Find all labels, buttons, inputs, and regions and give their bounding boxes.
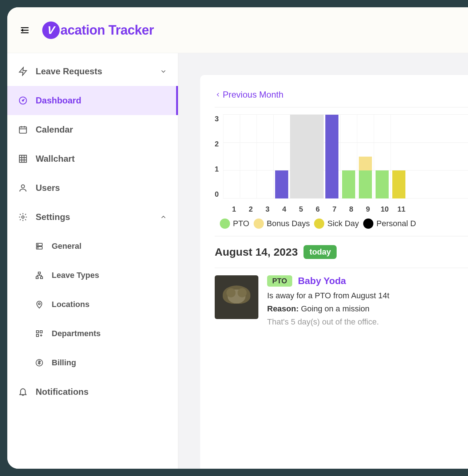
chevron-up-icon (160, 213, 167, 221)
sidebar-item-label: Locations (52, 300, 90, 309)
previous-month-link[interactable]: Previous Month (215, 90, 468, 100)
dashboard-card: Previous Month 3210 1234567891011 PTOBon… (200, 75, 468, 469)
grid-icon (18, 154, 28, 164)
main-content: Previous Month 3210 1234567891011 PTOBon… (178, 53, 468, 469)
sidebar-item-wallchart[interactable]: Wallchart (7, 144, 178, 173)
settings-sub-billing[interactable]: Billing (7, 348, 178, 377)
sitemap-icon (35, 271, 44, 280)
legend-label: Bonus Days (267, 219, 310, 228)
gridline (223, 114, 468, 115)
svg-point-16 (22, 216, 24, 219)
svg-rect-27 (36, 334, 39, 337)
legend-label: PTO (233, 219, 249, 228)
sidebar-item-label: Calendar (36, 125, 167, 135)
sidebar: Leave Requests Dashboard Calendar Wallch… (7, 53, 178, 469)
settings-sub-leave-types[interactable]: Leave Types (7, 261, 178, 290)
date-heading-row: August 14, 2023 today (215, 236, 468, 268)
leave-chart: 3210 (215, 107, 468, 202)
bar-segment (325, 115, 338, 198)
sidebar-item-label: Departments (52, 329, 100, 338)
app-logo[interactable]: V acation Tracker (42, 21, 154, 39)
y-tick: 3 (215, 115, 219, 123)
gear-icon (18, 212, 28, 222)
entry-reason-label: Reason: (267, 304, 299, 313)
avatar[interactable] (215, 275, 258, 319)
settings-sub-general[interactable]: General (7, 232, 178, 261)
leave-type-badge: PTO (267, 275, 292, 287)
bar-column[interactable] (376, 170, 389, 198)
previous-month-label: Previous Month (223, 90, 283, 100)
chevron-left-icon (215, 91, 221, 98)
svg-point-19 (37, 244, 38, 245)
x-tick: 8 (343, 205, 360, 213)
sidebar-item-calendar[interactable]: Calendar (7, 115, 178, 144)
bar-segment (359, 170, 372, 198)
svg-point-24 (39, 303, 40, 305)
gridline (223, 142, 468, 143)
svg-rect-22 (36, 277, 38, 279)
legend-swatch (220, 219, 230, 229)
x-tick: 2 (242, 205, 259, 213)
bar-column[interactable] (342, 170, 355, 198)
x-tick: 11 (393, 205, 410, 213)
y-tick: 0 (215, 190, 219, 198)
svg-rect-26 (40, 331, 42, 333)
x-tick: 9 (360, 205, 376, 213)
settings-sub-departments[interactable]: Departments (7, 319, 178, 348)
weekend-band (290, 115, 324, 198)
sidebar-item-label: Wallchart (36, 154, 167, 164)
svg-marker-3 (19, 67, 27, 75)
legend-item[interactable]: Bonus Days (254, 219, 310, 229)
user-icon (18, 183, 28, 193)
svg-rect-10 (19, 155, 27, 162)
entry-reason-line: Reason: Going on a mission (267, 304, 468, 314)
sidebar-item-leave-requests[interactable]: Leave Requests (7, 57, 178, 86)
svg-point-15 (21, 185, 25, 188)
sidebar-item-users[interactable]: Users (7, 173, 178, 202)
entry-user-link[interactable]: Baby Yoda (298, 275, 346, 287)
y-tick: 1 (215, 165, 219, 173)
sidebar-item-notifications[interactable]: Notifications (7, 377, 178, 406)
sidebar-item-settings[interactable]: Settings (7, 202, 178, 232)
sidebar-item-label: General (52, 241, 82, 251)
chart-x-axis: 1234567891011 (215, 205, 468, 213)
x-tick: 7 (326, 205, 343, 213)
legend-label: Sick Day (327, 219, 359, 228)
bar-segment (376, 170, 389, 198)
today-badge: today (304, 245, 337, 259)
bar-column[interactable] (275, 170, 288, 198)
sidebar-item-label: Users (36, 183, 167, 193)
menu-toggle-button[interactable] (18, 24, 31, 37)
entry-reason-value: Going on a mission (301, 304, 369, 313)
bar-column[interactable] (359, 157, 372, 198)
svg-point-5 (22, 100, 23, 101)
svg-point-20 (37, 248, 38, 248)
sidebar-item-dashboard[interactable]: Dashboard (7, 86, 178, 115)
x-tick: 3 (259, 205, 276, 213)
chart-plot-area (223, 115, 468, 198)
apps-icon (35, 329, 44, 338)
lightning-icon (18, 67, 28, 76)
legend-item[interactable]: PTO (220, 219, 249, 229)
legend-swatch (314, 219, 324, 229)
dollar-icon (35, 358, 44, 367)
settings-sub-locations[interactable]: Locations (7, 290, 178, 319)
legend-item[interactable]: Sick Day (314, 219, 359, 229)
bar-column[interactable] (392, 170, 405, 198)
legend-label: Personal D (376, 219, 416, 228)
legend-swatch (254, 219, 264, 229)
server-icon (35, 242, 44, 251)
logo-badge: V (42, 21, 60, 39)
svg-rect-21 (38, 272, 40, 274)
bar-column[interactable] (325, 115, 338, 198)
y-tick: 2 (215, 140, 219, 148)
menu-collapse-icon (20, 25, 30, 35)
x-tick: 6 (309, 205, 326, 213)
svg-rect-23 (40, 277, 43, 279)
leave-entry: PTO Baby Yoda Is away for a PTO from Aug… (215, 268, 468, 334)
calendar-icon (18, 125, 28, 134)
sidebar-item-label: Notifications (36, 387, 167, 397)
sidebar-item-label: Billing (52, 358, 76, 367)
legend-item[interactable]: Personal D (363, 219, 416, 229)
gauge-icon (18, 96, 28, 105)
